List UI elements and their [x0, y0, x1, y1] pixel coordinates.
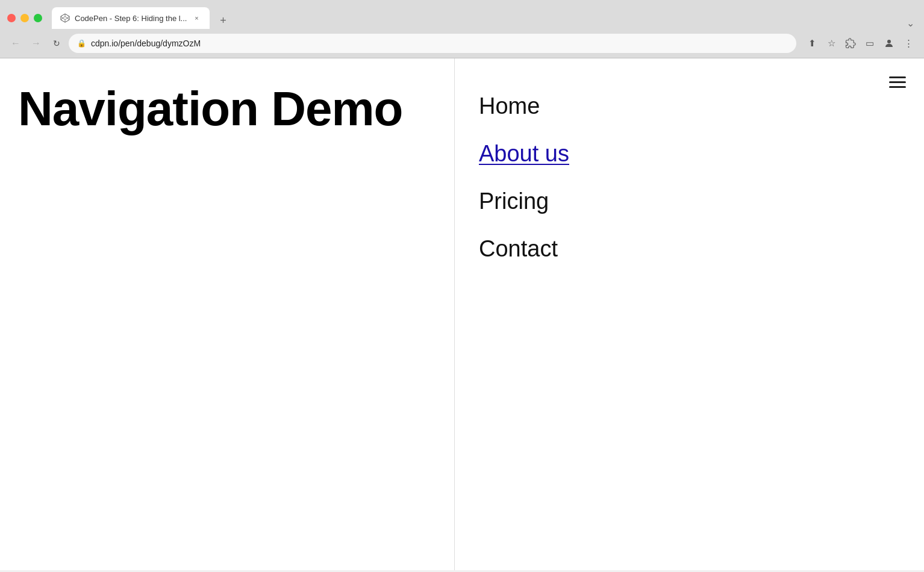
share-button[interactable]: ⬆: [804, 35, 820, 52]
page-content: Navigation Demo Home About us Pricing Co…: [0, 58, 924, 570]
extensions-icon: [845, 38, 856, 49]
traffic-light-green[interactable]: [34, 14, 42, 22]
hamburger-line-3: [889, 86, 906, 88]
active-tab[interactable]: CodePen - Step 6: Hiding the l... ×: [52, 7, 210, 29]
profile-button[interactable]: [881, 35, 897, 52]
svg-marker-1: [63, 17, 67, 20]
reload-button[interactable]: ↻: [48, 35, 65, 52]
tab-title: CodePen - Step 6: Hiding the l...: [75, 14, 187, 23]
traffic-light-yellow[interactable]: [20, 14, 29, 22]
forward-button[interactable]: →: [28, 35, 45, 52]
bookmark-button[interactable]: ☆: [823, 35, 840, 52]
svg-point-8: [887, 40, 891, 43]
hamburger-menu-button[interactable]: [889, 76, 906, 88]
traffic-lights: [7, 14, 42, 22]
page-left: Navigation Demo: [0, 58, 455, 570]
page-right: Home About us Pricing Contact: [455, 58, 924, 570]
nav-link-pricing[interactable]: Pricing: [479, 178, 900, 225]
new-tab-button[interactable]: +: [214, 12, 231, 29]
page-heading: Navigation Demo: [18, 82, 402, 135]
nav-link-home[interactable]: Home: [479, 82, 900, 130]
nav-links: Home About us Pricing Contact: [479, 82, 900, 273]
lock-icon: 🔒: [77, 39, 86, 48]
browser-chrome: CodePen - Step 6: Hiding the l... × + ⌄ …: [0, 0, 924, 58]
url-bar[interactable]: 🔒 cdpn.io/pen/debug/dymzOzM: [69, 34, 796, 53]
tab-expand-button[interactable]: ⌄: [907, 17, 914, 29]
codepen-icon: [60, 13, 70, 23]
nav-link-contact[interactable]: Contact: [479, 225, 900, 273]
tabs-area: CodePen - Step 6: Hiding the l... × + ⌄: [52, 7, 917, 29]
nav-link-about[interactable]: About us: [479, 130, 900, 178]
address-bar: ← → ↻ 🔒 cdpn.io/pen/debug/dymzOzM ⬆ ☆ ▭: [0, 30, 924, 58]
browser-actions: ⬆ ☆ ▭ ⋮: [804, 35, 917, 52]
more-button[interactable]: ⋮: [900, 35, 917, 52]
extensions-button[interactable]: [842, 35, 859, 52]
url-text: cdpn.io/pen/debug/dymzOzM: [91, 39, 788, 48]
tab-close-button[interactable]: ×: [192, 13, 201, 23]
hamburger-line-2: [889, 81, 906, 83]
back-button[interactable]: ←: [7, 35, 24, 52]
title-bar: CodePen - Step 6: Hiding the l... × + ⌄: [0, 0, 924, 30]
traffic-light-red[interactable]: [7, 14, 16, 22]
hamburger-line-1: [889, 76, 906, 78]
sidebar-button[interactable]: ▭: [861, 35, 878, 52]
profile-icon: [884, 38, 894, 49]
